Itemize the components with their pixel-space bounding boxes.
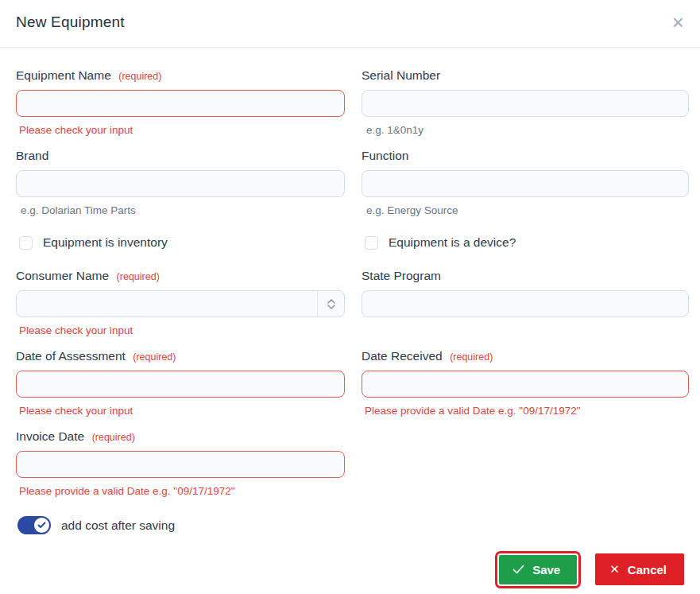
check-icon [37, 522, 46, 529]
invoice-date-error: Please provide a valid Date e.g. "09/17/… [19, 485, 345, 497]
save-button[interactable]: Save [499, 555, 577, 584]
date-of-assessment-label: Date of Assessment [16, 349, 126, 363]
consumer-name-required-tag: (required) [117, 271, 160, 282]
state-program-input[interactable] [362, 290, 689, 317]
cancel-button-label: Cancel [628, 563, 667, 577]
modal-footer: Save ✕ Cancel [499, 553, 684, 585]
toggle-thumb [34, 518, 49, 533]
consumer-name-select[interactable] [16, 290, 345, 317]
add-cost-toggle-row: add cost after saving [17, 516, 345, 534]
empty-cell [362, 429, 689, 497]
field-equipment-name: Equipment Name (required) Please check y… [16, 68, 345, 136]
field-date-of-assessment: Date of Assessment (required) Please che… [16, 349, 345, 417]
invoice-date-label: Invoice Date [16, 429, 84, 443]
state-program-label: State Program [362, 269, 441, 282]
modal-header: New Equipment × [0, 0, 700, 48]
function-input[interactable] [362, 170, 689, 197]
serial-number-hint: e.g. 1&0n1y [366, 124, 689, 136]
add-cost-toggle[interactable] [17, 516, 51, 534]
device-checkbox[interactable] [365, 236, 378, 250]
date-received-label: Date Received [362, 349, 443, 363]
cancel-button[interactable]: ✕ Cancel [595, 553, 684, 585]
field-serial-number: Serial Number e.g. 1&0n1y [362, 68, 689, 136]
field-date-received: Date Received (required) Please provide … [362, 349, 689, 417]
date-received-required-tag: (required) [450, 351, 493, 363]
date-of-assessment-required-tag: (required) [133, 351, 176, 363]
date-of-assessment-error: Please check your input [19, 405, 345, 417]
invoice-date-input[interactable] [16, 451, 345, 478]
brand-input[interactable] [16, 170, 345, 197]
equipment-name-error: Please check your input [19, 124, 345, 136]
equipment-name-label: Equipment Name [16, 68, 111, 82]
field-invoice-date: Invoice Date (required) Please provide a… [16, 429, 345, 497]
equipment-name-required-tag: (required) [118, 71, 161, 82]
equipment-name-input[interactable] [16, 90, 345, 117]
modal-title: New Equipment [16, 14, 125, 31]
check-icon [512, 565, 524, 574]
function-label: Function [362, 149, 408, 162]
field-function: Function e.g. Energy Source [362, 149, 689, 216]
invoice-date-required-tag: (required) [92, 432, 135, 443]
new-equipment-form: Equipment Name (required) Please check y… [0, 48, 700, 534]
save-button-label: Save [532, 563, 560, 577]
close-icon[interactable]: × [672, 14, 684, 30]
device-checkbox-label: Equipment is a device? [389, 235, 516, 250]
serial-number-input[interactable] [362, 90, 689, 117]
consumer-name-error: Please check your input [19, 324, 345, 336]
inventory-checkbox[interactable] [19, 236, 33, 250]
date-of-assessment-input[interactable] [16, 371, 345, 398]
brand-hint: e.g. Dolarian Time Parts [21, 204, 345, 216]
field-state-program: State Program [362, 269, 689, 336]
brand-label: Brand [16, 149, 48, 162]
inventory-checkbox-row: Equipment is inventory [19, 235, 345, 250]
add-cost-toggle-label: add cost after saving [61, 518, 175, 533]
serial-number-label: Serial Number [362, 68, 440, 82]
x-icon: ✕ [609, 562, 620, 577]
function-hint: e.g. Energy Source [366, 204, 689, 216]
field-consumer-name: Consumer Name (required) Please check yo… [16, 269, 345, 336]
field-brand: Brand e.g. Dolarian Time Parts [16, 149, 345, 216]
device-checkbox-row: Equipment is a device? [365, 235, 689, 250]
date-received-input[interactable] [362, 371, 689, 398]
chevron-up-down-icon [317, 291, 344, 316]
inventory-checkbox-label: Equipment is inventory [43, 235, 168, 250]
date-received-error: Please provide a valid Date e.g. "09/17/… [365, 405, 689, 417]
consumer-name-label: Consumer Name [16, 269, 109, 282]
